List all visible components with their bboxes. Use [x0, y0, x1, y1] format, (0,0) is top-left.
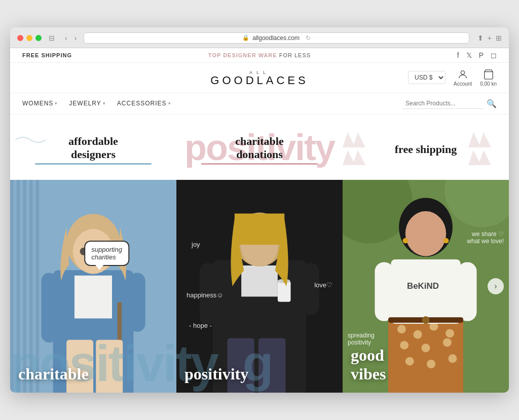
svg-rect-37: [303, 263, 319, 315]
svg-point-49: [422, 344, 430, 353]
svg-point-0: [461, 70, 464, 74]
triangle-deco-right: [468, 130, 509, 165]
minimize-button[interactable]: [26, 35, 32, 41]
pinterest-icon[interactable]: P: [479, 51, 484, 59]
card-label-1: charitable: [18, 365, 89, 384]
facebook-icon[interactable]: f: [457, 51, 459, 59]
feature-charitable: charitable donations: [176, 130, 343, 170]
account-icon-group[interactable]: Account: [454, 69, 472, 87]
tagline: TOP DESIGNER WARE FOR LESS: [180, 52, 339, 58]
lock-icon: 🔒: [242, 34, 249, 41]
svg-rect-31: [278, 281, 291, 302]
tabs-icon[interactable]: ⊞: [496, 34, 502, 42]
card-good-vibes: BeKiND: [343, 180, 509, 393]
svg-rect-24: [129, 273, 145, 332]
browser-window: ⊟ ‹ › 🔒 allgoodlaces.com ↻ ⬆ + ⊞ FREE SH…: [10, 27, 509, 393]
annotation-hope: - hope -: [189, 322, 212, 329]
annotation-joy: joy: [192, 241, 200, 248]
address-bar[interactable]: 🔒 allgoodlaces.com ↻: [84, 32, 469, 44]
svg-rect-27: [96, 340, 123, 393]
next-arrow[interactable]: ›: [488, 278, 504, 294]
header-center: ALL GOODLACES: [180, 69, 339, 86]
nav-links: WOMENS ▾ JEWELRY ▾ ACCESSORIES ▾: [22, 100, 402, 107]
social-icons: f 𝕏 P ◻: [339, 51, 497, 59]
feature-title-1: affordable designers: [68, 135, 118, 162]
search-area: 🔍: [402, 98, 497, 109]
svg-marker-9: [478, 150, 491, 165]
search-icon[interactable]: 🔍: [487, 99, 497, 108]
speech-bubble-charitable: supportingcharities: [84, 241, 129, 266]
squiggle-deco: [15, 135, 46, 145]
browser-actions: ⬆ + ⊞: [477, 34, 502, 42]
cards-section: positivity g: [10, 180, 509, 393]
svg-marker-5: [353, 150, 365, 165]
annotation-love: love♡: [314, 281, 332, 289]
cart-total: 0,00 kn: [480, 81, 497, 87]
svg-rect-23: [41, 273, 57, 343]
chevron-down-icon: ▾: [103, 101, 106, 106]
svg-point-45: [414, 330, 422, 339]
svg-point-50: [443, 338, 452, 347]
svg-point-51: [405, 357, 414, 366]
close-button[interactable]: [17, 35, 23, 41]
svg-rect-54: [391, 259, 461, 324]
nav-jewelry[interactable]: JEWELRY ▾: [69, 100, 105, 107]
shipping-announcement: FREE SHIPPING: [22, 52, 180, 58]
card-bg-1: [10, 180, 176, 393]
card-bg-2: joy happiness☺ love♡ - hope -: [176, 180, 343, 393]
cart-icon: [483, 69, 494, 80]
feature-affordable: affordable designers: [10, 130, 176, 170]
svg-marker-3: [353, 132, 365, 147]
svg-marker-8: [468, 150, 481, 165]
reload-icon[interactable]: ↻: [306, 34, 311, 42]
svg-point-60: [403, 238, 409, 244]
svg-point-59: [405, 211, 446, 256]
svg-rect-56: [375, 262, 393, 321]
main-header: ALL GOODLACES USD $ Account: [10, 63, 509, 93]
svg-point-44: [397, 325, 406, 334]
maximize-button[interactable]: [35, 35, 42, 41]
card-charitable: supportingcharities charitable: [10, 180, 176, 393]
svg-rect-11: [10, 180, 13, 393]
new-tab-icon[interactable]: +: [488, 34, 492, 42]
tagline-normal: FOR LESS: [277, 52, 311, 58]
browser-nav: ‹ ›: [63, 33, 79, 43]
features-section: positivity affordable designers charitab…: [10, 114, 509, 180]
currency-selector[interactable]: USD $: [408, 71, 446, 84]
url-text: allgoodlaces.com: [252, 34, 300, 42]
share-icon[interactable]: ⬆: [477, 34, 484, 42]
svg-point-63: [422, 317, 430, 324]
chevron-down-icon: ▾: [55, 101, 58, 106]
annotation-we-share: we share ♡what we love!: [467, 231, 504, 245]
svg-rect-17: [75, 276, 112, 319]
nav-womens[interactable]: WOMENS ▾: [22, 100, 58, 107]
svg-marker-4: [343, 150, 355, 165]
instagram-icon[interactable]: ◻: [491, 51, 497, 59]
annotation-happiness: happiness☺: [187, 291, 224, 299]
annotation-spreading: spreadingpositivity: [348, 332, 375, 346]
back-button[interactable]: ‹: [63, 33, 69, 43]
svg-marker-6: [468, 132, 481, 147]
card-positivity: joy happiness☺ love♡ - hope - positivity: [176, 180, 343, 393]
svg-text:BeKiND: BeKiND: [407, 282, 439, 291]
nav-accessories[interactable]: ACCESSORIES ▾: [117, 100, 171, 107]
card-label-3: goodvibes: [351, 346, 386, 384]
twitter-icon[interactable]: 𝕏: [466, 51, 472, 59]
svg-rect-39: [258, 338, 285, 393]
svg-rect-14: [29, 180, 32, 393]
svg-rect-35: [235, 214, 284, 245]
search-input[interactable]: [402, 98, 484, 109]
forward-button[interactable]: ›: [72, 33, 79, 43]
account-label: Account: [454, 81, 472, 87]
site-logo[interactable]: GOODLACES: [180, 75, 339, 86]
feature-shipping: free shipping: [343, 130, 509, 170]
feature-title-2: charitable donations: [235, 135, 283, 162]
tagline-pink: TOP DESIGNER WARE: [208, 52, 277, 58]
window-tile-icon[interactable]: ⊟: [49, 34, 55, 42]
cart-icon-group[interactable]: 0,00 kn: [480, 69, 497, 87]
svg-marker-2: [343, 132, 355, 147]
svg-rect-30: [241, 265, 278, 297]
svg-rect-15: [36, 180, 39, 393]
svg-marker-7: [478, 132, 491, 147]
svg-rect-13: [23, 180, 26, 393]
